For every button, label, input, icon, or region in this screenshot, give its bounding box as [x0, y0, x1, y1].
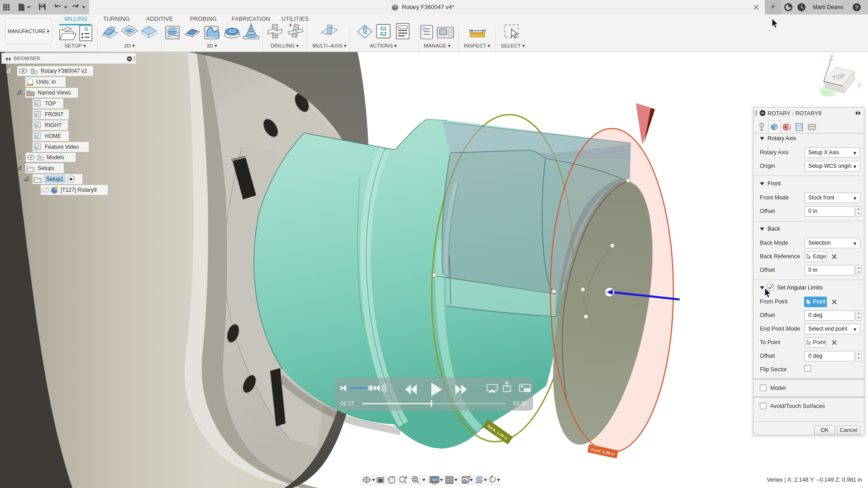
svg-text:?: ? — [855, 4, 858, 11]
svg-text:X: X — [858, 82, 861, 89]
svg-text:G: G — [85, 26, 89, 32]
svg-text:G2: G2 — [380, 31, 386, 37]
svg-text:+: + — [289, 22, 292, 28]
svg-text:G1: G1 — [380, 26, 386, 31]
svg-text:Z: Z — [830, 54, 833, 61]
